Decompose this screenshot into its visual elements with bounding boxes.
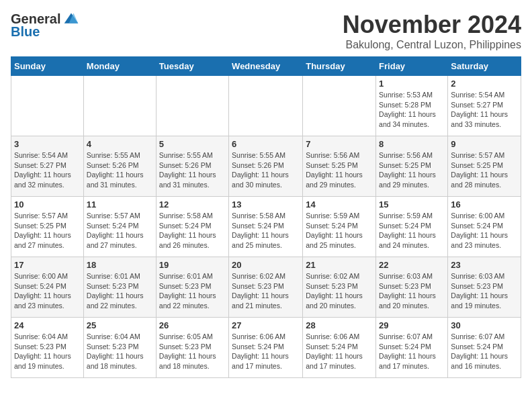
day-number: 7 xyxy=(306,139,373,149)
week-row-0: 1Sunrise: 5:53 AM Sunset: 5:28 PM Daylig… xyxy=(11,76,521,136)
header-tuesday: Tuesday xyxy=(156,57,228,76)
day-info: Sunrise: 5:57 AM Sunset: 5:24 PM Dayligh… xyxy=(87,211,153,250)
header-row: SundayMondayTuesdayWednesdayThursdayFrid… xyxy=(11,57,521,76)
day-info: Sunrise: 5:59 AM Sunset: 5:24 PM Dayligh… xyxy=(379,211,445,250)
day-cell: 20Sunrise: 6:02 AM Sunset: 5:23 PM Dayli… xyxy=(229,257,303,318)
day-cell: 30Sunrise: 6:07 AM Sunset: 5:24 PM Dayli… xyxy=(448,318,521,378)
logo-blue: Blue xyxy=(11,24,40,40)
day-number: 29 xyxy=(379,320,445,330)
week-row-3: 17Sunrise: 6:00 AM Sunset: 5:24 PM Dayli… xyxy=(11,257,521,318)
day-cell: 1Sunrise: 5:53 AM Sunset: 5:28 PM Daylig… xyxy=(376,76,448,136)
day-info: Sunrise: 6:01 AM Sunset: 5:23 PM Dayligh… xyxy=(159,271,226,311)
day-info: Sunrise: 6:02 AM Sunset: 5:23 PM Dayligh… xyxy=(232,271,300,311)
day-number: 17 xyxy=(14,260,81,270)
day-number: 13 xyxy=(232,199,300,210)
day-info: Sunrise: 6:04 AM Sunset: 5:23 PM Dayligh… xyxy=(14,332,81,371)
day-number: 27 xyxy=(232,320,300,330)
day-number: 10 xyxy=(14,199,81,210)
day-info: Sunrise: 6:06 AM Sunset: 5:24 PM Dayligh… xyxy=(232,332,300,371)
day-cell: 10Sunrise: 5:57 AM Sunset: 5:25 PM Dayli… xyxy=(11,197,84,257)
day-number: 3 xyxy=(14,139,81,149)
day-number: 8 xyxy=(379,139,445,149)
day-cell xyxy=(83,76,156,136)
day-number: 5 xyxy=(159,139,226,149)
day-cell: 13Sunrise: 5:58 AM Sunset: 5:24 PM Dayli… xyxy=(229,197,303,257)
day-number: 9 xyxy=(451,139,518,149)
location-title: Bakulong, Central Luzon, Philippines xyxy=(343,39,521,51)
day-info: Sunrise: 6:00 AM Sunset: 5:24 PM Dayligh… xyxy=(14,271,81,311)
title-block: November 2024 Bakulong, Central Luzon, P… xyxy=(343,11,521,51)
day-number: 12 xyxy=(159,199,226,210)
week-row-1: 3Sunrise: 5:54 AM Sunset: 5:27 PM Daylig… xyxy=(11,136,521,197)
day-number: 26 xyxy=(159,320,226,330)
calendar-table: SundayMondayTuesdayWednesdayThursdayFrid… xyxy=(11,56,521,378)
day-cell: 17Sunrise: 6:00 AM Sunset: 5:24 PM Dayli… xyxy=(11,257,84,318)
day-info: Sunrise: 5:56 AM Sunset: 5:25 PM Dayligh… xyxy=(379,150,445,190)
day-cell: 19Sunrise: 6:01 AM Sunset: 5:23 PM Dayli… xyxy=(156,257,228,318)
day-cell: 12Sunrise: 5:58 AM Sunset: 5:24 PM Dayli… xyxy=(156,197,228,257)
day-info: Sunrise: 5:56 AM Sunset: 5:25 PM Dayligh… xyxy=(306,150,373,190)
day-cell: 29Sunrise: 6:07 AM Sunset: 5:24 PM Dayli… xyxy=(376,318,448,378)
day-number: 30 xyxy=(451,320,518,330)
day-info: Sunrise: 6:05 AM Sunset: 5:23 PM Dayligh… xyxy=(159,332,226,371)
day-cell xyxy=(303,76,376,136)
logo: General Blue xyxy=(11,11,79,40)
day-cell: 23Sunrise: 6:03 AM Sunset: 5:23 PM Dayli… xyxy=(448,257,521,318)
day-cell: 16Sunrise: 6:00 AM Sunset: 5:24 PM Dayli… xyxy=(448,197,521,257)
day-cell: 15Sunrise: 5:59 AM Sunset: 5:24 PM Dayli… xyxy=(376,197,448,257)
day-number: 25 xyxy=(87,320,153,330)
day-cell: 14Sunrise: 5:59 AM Sunset: 5:24 PM Dayli… xyxy=(303,197,376,257)
page-header: General Blue November 2024 Bakulong, Cen… xyxy=(11,11,521,51)
header-monday: Monday xyxy=(83,57,156,76)
day-cell: 7Sunrise: 5:56 AM Sunset: 5:25 PM Daylig… xyxy=(303,136,376,197)
day-number: 20 xyxy=(232,260,300,270)
header-sunday: Sunday xyxy=(11,57,84,76)
day-info: Sunrise: 6:00 AM Sunset: 5:24 PM Dayligh… xyxy=(451,211,518,250)
day-cell: 11Sunrise: 5:57 AM Sunset: 5:24 PM Dayli… xyxy=(83,197,156,257)
month-title: November 2024 xyxy=(343,11,521,39)
day-cell: 8Sunrise: 5:56 AM Sunset: 5:25 PM Daylig… xyxy=(376,136,448,197)
day-cell: 25Sunrise: 6:04 AM Sunset: 5:23 PM Dayli… xyxy=(83,318,156,378)
day-cell xyxy=(229,76,303,136)
day-cell: 5Sunrise: 5:55 AM Sunset: 5:26 PM Daylig… xyxy=(156,136,228,197)
logo-icon xyxy=(63,11,79,27)
day-cell: 4Sunrise: 5:55 AM Sunset: 5:26 PM Daylig… xyxy=(83,136,156,197)
day-info: Sunrise: 5:57 AM Sunset: 5:25 PM Dayligh… xyxy=(451,150,518,190)
day-number: 19 xyxy=(159,260,226,270)
header-wednesday: Wednesday xyxy=(229,57,303,76)
day-number: 2 xyxy=(451,79,518,89)
calendar-body: 1Sunrise: 5:53 AM Sunset: 5:28 PM Daylig… xyxy=(11,76,521,378)
day-number: 6 xyxy=(232,139,300,149)
header-saturday: Saturday xyxy=(448,57,521,76)
day-info: Sunrise: 5:59 AM Sunset: 5:24 PM Dayligh… xyxy=(306,211,373,250)
day-info: Sunrise: 6:06 AM Sunset: 5:24 PM Dayligh… xyxy=(306,332,373,371)
day-number: 15 xyxy=(379,199,445,210)
day-info: Sunrise: 5:55 AM Sunset: 5:26 PM Dayligh… xyxy=(232,150,300,190)
day-info: Sunrise: 6:03 AM Sunset: 5:23 PM Dayligh… xyxy=(451,271,518,311)
day-info: Sunrise: 6:02 AM Sunset: 5:23 PM Dayligh… xyxy=(306,271,373,311)
day-info: Sunrise: 5:58 AM Sunset: 5:24 PM Dayligh… xyxy=(232,211,300,250)
day-number: 23 xyxy=(451,260,518,270)
day-number: 24 xyxy=(14,320,81,330)
day-info: Sunrise: 5:54 AM Sunset: 5:27 PM Dayligh… xyxy=(14,150,81,190)
day-info: Sunrise: 5:54 AM Sunset: 5:27 PM Dayligh… xyxy=(451,90,518,130)
day-number: 18 xyxy=(87,260,153,270)
week-row-4: 24Sunrise: 6:04 AM Sunset: 5:23 PM Dayli… xyxy=(11,318,521,378)
calendar-header: SundayMondayTuesdayWednesdayThursdayFrid… xyxy=(11,57,521,76)
day-cell xyxy=(11,76,84,136)
day-number: 14 xyxy=(306,199,373,210)
day-number: 28 xyxy=(306,320,373,330)
day-cell: 26Sunrise: 6:05 AM Sunset: 5:23 PM Dayli… xyxy=(156,318,228,378)
day-cell: 28Sunrise: 6:06 AM Sunset: 5:24 PM Dayli… xyxy=(303,318,376,378)
day-info: Sunrise: 6:04 AM Sunset: 5:23 PM Dayligh… xyxy=(87,332,153,371)
day-cell: 27Sunrise: 6:06 AM Sunset: 5:24 PM Dayli… xyxy=(229,318,303,378)
day-number: 16 xyxy=(451,199,518,210)
day-info: Sunrise: 6:03 AM Sunset: 5:23 PM Dayligh… xyxy=(379,271,445,311)
week-row-2: 10Sunrise: 5:57 AM Sunset: 5:25 PM Dayli… xyxy=(11,197,521,257)
day-number: 21 xyxy=(306,260,373,270)
day-number: 1 xyxy=(379,79,445,89)
day-cell: 24Sunrise: 6:04 AM Sunset: 5:23 PM Dayli… xyxy=(11,318,84,378)
day-cell: 3Sunrise: 5:54 AM Sunset: 5:27 PM Daylig… xyxy=(11,136,84,197)
day-cell xyxy=(156,76,228,136)
day-number: 4 xyxy=(87,139,153,149)
